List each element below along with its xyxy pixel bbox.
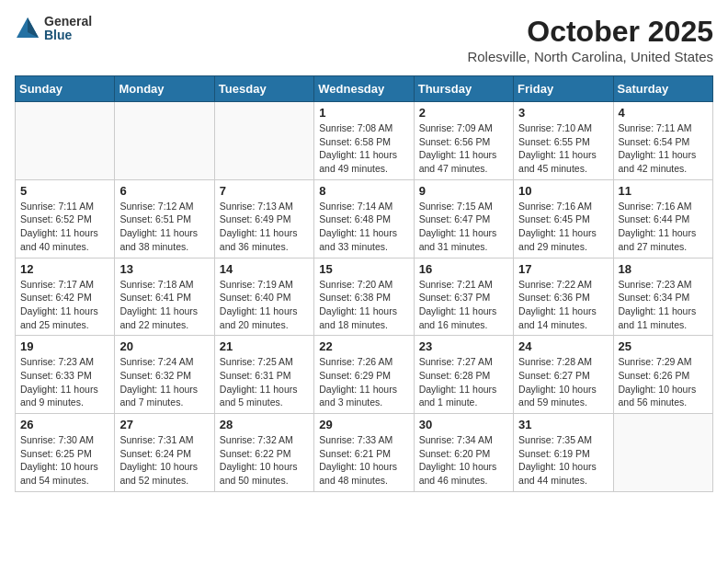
- calendar-cell: 17Sunrise: 7:22 AM Sunset: 6:36 PM Dayli…: [514, 258, 613, 336]
- calendar-cell: 7Sunrise: 7:13 AM Sunset: 6:49 PM Daylig…: [214, 179, 313, 258]
- calendar-week-row: 19Sunrise: 7:23 AM Sunset: 6:33 PM Dayli…: [16, 336, 713, 414]
- day-info: Sunrise: 7:34 AM Sunset: 6:20 PM Dayligh…: [419, 433, 508, 488]
- calendar-cell: 26Sunrise: 7:30 AM Sunset: 6:25 PM Dayli…: [16, 414, 115, 492]
- calendar-cell: 29Sunrise: 7:33 AM Sunset: 6:21 PM Dayli…: [314, 414, 414, 492]
- calendar-cell: 9Sunrise: 7:15 AM Sunset: 6:47 PM Daylig…: [414, 179, 513, 258]
- logo-text: General Blue: [44, 15, 92, 43]
- day-info: Sunrise: 7:33 AM Sunset: 6:21 PM Dayligh…: [319, 433, 408, 488]
- day-number: 7: [220, 184, 309, 198]
- day-info: Sunrise: 7:31 AM Sunset: 6:24 PM Dayligh…: [119, 433, 209, 488]
- calendar-cell: 24Sunrise: 7:28 AM Sunset: 6:27 PM Dayli…: [514, 336, 613, 414]
- day-info: Sunrise: 7:10 AM Sunset: 6:55 PM Dayligh…: [518, 121, 608, 176]
- calendar-cell: 3Sunrise: 7:10 AM Sunset: 6:55 PM Daylig…: [514, 102, 613, 180]
- calendar-cell: 12Sunrise: 7:17 AM Sunset: 6:42 PM Dayli…: [16, 258, 115, 336]
- page-header: General Blue October 2025 Rolesville, No…: [15, 15, 713, 64]
- day-number: 24: [518, 339, 608, 353]
- calendar-cell: 22Sunrise: 7:26 AM Sunset: 6:29 PM Dayli…: [314, 336, 414, 414]
- day-number: 30: [419, 418, 508, 431]
- day-info: Sunrise: 7:32 AM Sunset: 6:22 PM Dayligh…: [220, 433, 309, 488]
- day-info: Sunrise: 7:22 AM Sunset: 6:36 PM Dayligh…: [518, 278, 608, 332]
- day-info: Sunrise: 7:17 AM Sunset: 6:42 PM Dayligh…: [20, 278, 109, 332]
- calendar-week-row: 5Sunrise: 7:11 AM Sunset: 6:52 PM Daylig…: [16, 179, 713, 258]
- day-number: 2: [419, 106, 508, 120]
- weekday-header: Friday: [514, 76, 613, 102]
- day-info: Sunrise: 7:11 AM Sunset: 6:52 PM Dayligh…: [20, 200, 109, 254]
- day-number: 26: [20, 418, 109, 431]
- calendar-cell: 15Sunrise: 7:20 AM Sunset: 6:38 PM Dayli…: [314, 258, 414, 336]
- day-info: Sunrise: 7:23 AM Sunset: 6:34 PM Dayligh…: [619, 278, 708, 332]
- calendar-cell: 6Sunrise: 7:12 AM Sunset: 6:51 PM Daylig…: [115, 179, 214, 258]
- day-info: Sunrise: 7:27 AM Sunset: 6:28 PM Dayligh…: [419, 355, 508, 409]
- day-info: Sunrise: 7:24 AM Sunset: 6:32 PM Dayligh…: [119, 355, 209, 409]
- calendar-cell: [16, 102, 115, 180]
- day-number: 11: [619, 184, 708, 198]
- calendar-cell: 13Sunrise: 7:18 AM Sunset: 6:41 PM Dayli…: [115, 258, 214, 336]
- day-info: Sunrise: 7:25 AM Sunset: 6:31 PM Dayligh…: [220, 355, 309, 409]
- calendar-cell: 27Sunrise: 7:31 AM Sunset: 6:24 PM Dayli…: [115, 414, 214, 492]
- month-title: October 2025: [467, 15, 713, 49]
- logo-blue: Blue: [44, 29, 92, 42]
- day-info: Sunrise: 7:20 AM Sunset: 6:38 PM Dayligh…: [319, 278, 408, 332]
- day-info: Sunrise: 7:28 AM Sunset: 6:27 PM Dayligh…: [518, 355, 608, 409]
- day-number: 21: [220, 339, 309, 353]
- day-info: Sunrise: 7:16 AM Sunset: 6:45 PM Dayligh…: [518, 200, 608, 254]
- day-number: 23: [419, 339, 508, 353]
- day-number: 28: [220, 418, 309, 431]
- day-number: 13: [119, 262, 209, 276]
- day-number: 9: [419, 184, 508, 198]
- day-info: Sunrise: 7:23 AM Sunset: 6:33 PM Dayligh…: [20, 355, 109, 409]
- logo-icon: [15, 16, 40, 41]
- day-info: Sunrise: 7:26 AM Sunset: 6:29 PM Dayligh…: [319, 355, 408, 409]
- calendar-week-row: 26Sunrise: 7:30 AM Sunset: 6:25 PM Dayli…: [16, 414, 713, 492]
- day-number: 25: [619, 339, 708, 353]
- day-number: 19: [20, 339, 109, 353]
- calendar-cell: 11Sunrise: 7:16 AM Sunset: 6:44 PM Dayli…: [613, 179, 712, 258]
- day-number: 4: [619, 106, 708, 120]
- weekday-header: Wednesday: [314, 76, 414, 102]
- calendar-week-row: 1Sunrise: 7:08 AM Sunset: 6:58 PM Daylig…: [16, 102, 713, 180]
- day-number: 16: [419, 262, 508, 276]
- day-number: 20: [119, 339, 209, 353]
- day-info: Sunrise: 7:08 AM Sunset: 6:58 PM Dayligh…: [319, 121, 408, 176]
- day-number: 31: [518, 418, 608, 431]
- calendar-cell: 10Sunrise: 7:16 AM Sunset: 6:45 PM Dayli…: [514, 179, 613, 258]
- calendar-cell: 16Sunrise: 7:21 AM Sunset: 6:37 PM Dayli…: [414, 258, 513, 336]
- calendar-cell: 20Sunrise: 7:24 AM Sunset: 6:32 PM Dayli…: [115, 336, 214, 414]
- logo: General Blue: [15, 15, 92, 43]
- day-number: 29: [319, 418, 408, 431]
- day-number: 12: [20, 262, 109, 276]
- calendar-cell: 18Sunrise: 7:23 AM Sunset: 6:34 PM Dayli…: [613, 258, 712, 336]
- day-info: Sunrise: 7:09 AM Sunset: 6:56 PM Dayligh…: [419, 121, 508, 176]
- calendar-cell: 21Sunrise: 7:25 AM Sunset: 6:31 PM Dayli…: [214, 336, 313, 414]
- calendar-cell: 30Sunrise: 7:34 AM Sunset: 6:20 PM Dayli…: [414, 414, 513, 492]
- day-number: 5: [20, 184, 109, 198]
- calendar-cell: 8Sunrise: 7:14 AM Sunset: 6:48 PM Daylig…: [314, 179, 414, 258]
- weekday-header-row: SundayMondayTuesdayWednesdayThursdayFrid…: [16, 76, 713, 102]
- calendar-cell: 1Sunrise: 7:08 AM Sunset: 6:58 PM Daylig…: [314, 102, 414, 180]
- day-info: Sunrise: 7:16 AM Sunset: 6:44 PM Dayligh…: [619, 200, 708, 254]
- calendar-cell: 25Sunrise: 7:29 AM Sunset: 6:26 PM Dayli…: [613, 336, 712, 414]
- day-number: 10: [518, 184, 608, 198]
- day-number: 15: [319, 262, 408, 276]
- weekday-header: Monday: [115, 76, 214, 102]
- weekday-header: Tuesday: [214, 76, 313, 102]
- calendar-cell: 2Sunrise: 7:09 AM Sunset: 6:56 PM Daylig…: [414, 102, 513, 180]
- calendar-cell: 4Sunrise: 7:11 AM Sunset: 6:54 PM Daylig…: [613, 102, 712, 180]
- calendar-cell: [115, 102, 214, 180]
- day-number: 22: [319, 339, 408, 353]
- calendar-cell: 5Sunrise: 7:11 AM Sunset: 6:52 PM Daylig…: [16, 179, 115, 258]
- day-info: Sunrise: 7:14 AM Sunset: 6:48 PM Dayligh…: [319, 200, 408, 254]
- day-number: 14: [220, 262, 309, 276]
- day-info: Sunrise: 7:12 AM Sunset: 6:51 PM Dayligh…: [119, 200, 209, 254]
- logo-general: General: [44, 15, 92, 29]
- calendar-cell: 19Sunrise: 7:23 AM Sunset: 6:33 PM Dayli…: [16, 336, 115, 414]
- calendar-cell: [214, 102, 313, 180]
- weekday-header: Saturday: [613, 76, 712, 102]
- calendar-cell: 31Sunrise: 7:35 AM Sunset: 6:19 PM Dayli…: [514, 414, 613, 492]
- title-block: October 2025 Rolesville, North Carolina,…: [467, 15, 713, 64]
- weekday-header: Thursday: [414, 76, 513, 102]
- location-title: Rolesville, North Carolina, United State…: [467, 49, 713, 64]
- day-info: Sunrise: 7:19 AM Sunset: 6:40 PM Dayligh…: [220, 278, 309, 332]
- day-number: 6: [119, 184, 209, 198]
- day-info: Sunrise: 7:15 AM Sunset: 6:47 PM Dayligh…: [419, 200, 508, 254]
